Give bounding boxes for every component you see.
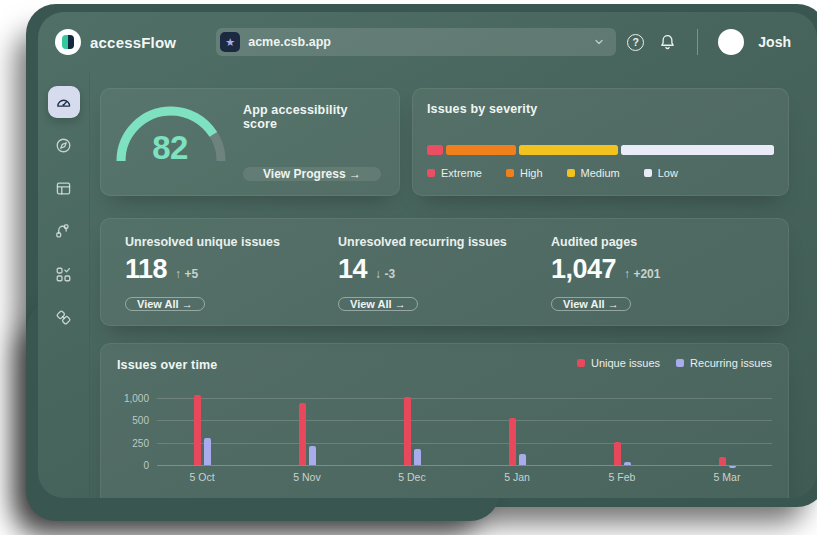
sidebar-item-dashboard[interactable] [48, 86, 80, 118]
chart-bar-recurring [204, 438, 211, 465]
severity-legend-item: Medium [567, 167, 620, 179]
chart-bar-unique [404, 397, 411, 465]
chart-bar-recurring [729, 466, 736, 468]
arrow-right-icon: → [349, 167, 361, 181]
x-tick-label: 5 Jan [485, 471, 549, 483]
sidebar-item-audits[interactable] [48, 258, 80, 290]
severity-stacked-bar [427, 145, 774, 155]
stat-delta: ↑ +5 [175, 267, 198, 281]
layout-icon [54, 179, 73, 198]
sidebar-item-pages[interactable] [48, 172, 80, 204]
view-all-button[interactable]: View All → [551, 297, 631, 311]
checklist-icon [54, 265, 73, 284]
app-window: accessFlow ★ acme.csb.app ? [38, 12, 817, 498]
user-name: Josh [758, 34, 791, 50]
score-value: 82 [115, 129, 225, 167]
stat-delta: ↑ +201 [624, 267, 660, 281]
stat-column: Audited pages1,047↑ +201View All → [551, 235, 764, 309]
stat-delta: ↓ -3 [375, 267, 395, 281]
x-tick-label: 5 Mar [695, 471, 759, 483]
legend-label: Medium [581, 167, 620, 179]
legend-label: Low [658, 167, 678, 179]
gridline-0 [157, 465, 772, 466]
view-all-button[interactable]: View All → [125, 297, 205, 311]
stat-label: Unresolved recurring issues [338, 235, 507, 249]
stat-label: Audited pages [551, 235, 637, 249]
score-gauge: 82 [115, 103, 227, 179]
issues-over-time-card: Issues over time Unique issuesRecurring … [100, 343, 789, 498]
bell-icon [658, 33, 677, 52]
legend-label: Unique issues [591, 357, 660, 369]
gridline-250 [157, 443, 772, 444]
severity-segment-high [446, 145, 517, 155]
y-tick-label: 500 [132, 415, 149, 426]
y-tick-label: 1,000 [124, 392, 149, 403]
severity-legend: ExtremeHighMediumLow [427, 167, 774, 179]
legend-swatch [427, 169, 435, 177]
chart-bar-unique [194, 395, 201, 465]
legend-label: High [520, 167, 543, 179]
chart-bar-unique [614, 442, 621, 465]
chevron-down-icon [592, 35, 606, 49]
chart-bar-unique [509, 418, 516, 465]
legend-swatch [506, 169, 514, 177]
chart-bar-recurring [309, 446, 316, 465]
topbar-divider [697, 29, 698, 55]
legend-swatch [577, 359, 585, 367]
topbar: accessFlow ★ acme.csb.app ? [38, 12, 817, 72]
severity-segment-low [621, 145, 774, 155]
gridline-500 [157, 420, 772, 421]
notifications-button[interactable] [658, 33, 677, 52]
sidebar-item-integrations[interactable] [48, 301, 80, 333]
severity-segment-extreme [427, 145, 443, 155]
chart-bar-unique [719, 457, 726, 465]
severity-legend-item: High [506, 167, 543, 179]
sidebar [38, 72, 90, 498]
accessflow-logo-icon [55, 29, 81, 55]
chart-legend-item: Recurring issues [676, 357, 772, 369]
help-button[interactable]: ? [627, 34, 644, 51]
x-tick-label: 5 Nov [275, 471, 339, 483]
legend-label: Extreme [441, 167, 482, 179]
main-content: 82 App accessibility score View Progress… [90, 72, 817, 498]
view-all-button[interactable]: View All → [338, 297, 418, 311]
stat-value-row: 1,047↑ +201 [551, 254, 660, 285]
severity-segment-medium [519, 145, 617, 155]
stat-column: Unresolved unique issues118↑ +5View All … [125, 235, 338, 309]
page: accessFlow ★ acme.csb.app ? [0, 0, 817, 535]
stat-value: 14 [338, 254, 367, 285]
score-card-title: App accessibility score [243, 103, 381, 131]
legend-label: Recurring issues [690, 357, 772, 369]
plug-icon [54, 308, 73, 327]
flow-icon [54, 222, 73, 241]
y-tick-label: 250 [132, 437, 149, 448]
x-tick-label: 5 Dec [380, 471, 444, 483]
stats-card: Unresolved unique issues118↑ +5View All … [100, 218, 789, 326]
legend-swatch [567, 169, 575, 177]
chart-legend: Unique issuesRecurring issues [577, 357, 772, 369]
issues-by-severity-card: Issues by severity ExtremeHighMediumLow [412, 88, 789, 196]
accessibility-score-card: 82 App accessibility score View Progress… [100, 88, 400, 196]
chart-bar-recurring [414, 449, 421, 465]
brand-name: accessFlow [90, 34, 176, 51]
sidebar-item-explore[interactable] [48, 129, 80, 161]
chart-legend-item: Unique issues [577, 357, 660, 369]
legend-swatch [644, 169, 652, 177]
topbar-right: ? Josh [627, 29, 791, 55]
view-progress-button[interactable]: View Progress → [243, 167, 381, 181]
chart-y-axis: 02505001,000 [117, 389, 157, 489]
stat-value: 118 [125, 254, 167, 285]
chart-bar-recurring [624, 462, 631, 465]
stat-label: Unresolved unique issues [125, 235, 280, 249]
avatar[interactable] [718, 29, 744, 55]
severity-card-title: Issues by severity [427, 102, 774, 116]
gauge-icon [54, 93, 73, 112]
help-icon: ? [627, 34, 644, 51]
severity-legend-item: Extreme [427, 167, 482, 179]
severity-legend-item: Low [644, 167, 678, 179]
compass-icon [54, 136, 73, 155]
legend-swatch [676, 359, 684, 367]
project-selector-dropdown[interactable]: ★ acme.csb.app [216, 28, 616, 56]
project-name: acme.csb.app [248, 35, 331, 49]
sidebar-item-flows[interactable] [48, 215, 80, 247]
